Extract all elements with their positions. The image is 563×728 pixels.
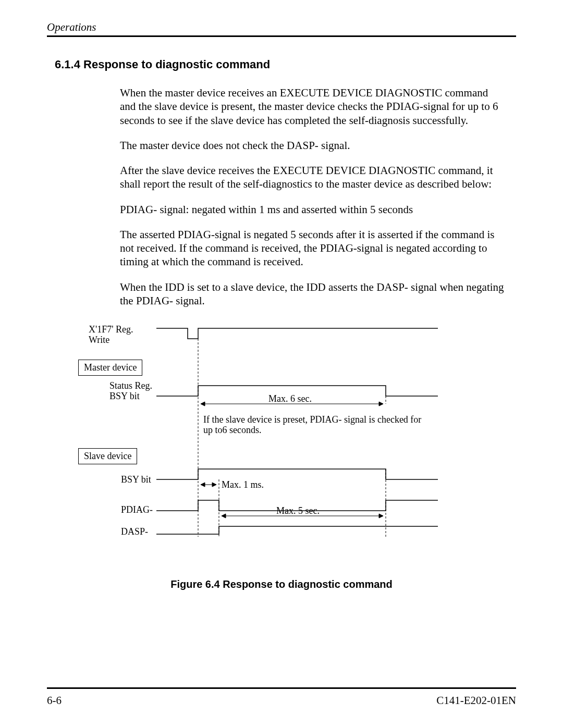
label-bsy-bit2: BSY bit xyxy=(121,474,151,485)
label-write: Write xyxy=(89,335,109,346)
label-bsy-bit: BSY bit xyxy=(109,391,140,402)
paragraph: After the slave device receives the EXEC… xyxy=(120,164,506,191)
label-pdiag: PDIAG- xyxy=(121,504,153,515)
paragraph: When the IDD is set to a slave device, t… xyxy=(120,280,506,308)
paragraph: The asserted PDIAG-signal is negated 5 s… xyxy=(120,228,506,269)
svg-marker-9 xyxy=(212,483,216,487)
label-max-1ms: Max. 1 ms. xyxy=(222,479,264,490)
svg-marker-4 xyxy=(379,402,383,406)
label-reg-write: X'1F7' Reg. xyxy=(89,324,133,335)
paragraph: PDIAG- signal: negated within 1 ms and a… xyxy=(120,203,506,216)
label-master-device: Master device xyxy=(78,360,142,376)
label-status-reg: Status Reg. xyxy=(109,380,152,391)
label-max-5sec: Max. 5 sec. xyxy=(276,505,320,516)
header-section: Operations xyxy=(47,21,96,33)
label-max-6sec: Max. 6 sec. xyxy=(268,393,312,404)
figure-caption: Figure 6.4 Response to diagnostic comman… xyxy=(47,578,516,590)
svg-marker-3 xyxy=(201,402,205,406)
label-slave-device: Slave device xyxy=(78,448,137,464)
page: Operations 6.1.4 Response to diagnostic … xyxy=(0,0,563,728)
paragraph: The master device does not check the DAS… xyxy=(120,139,506,152)
timing-diagram: X'1F7' Reg. Write Master device Status R… xyxy=(63,323,511,542)
footer-page-number: 6-6 xyxy=(47,694,62,707)
svg-marker-8 xyxy=(201,483,205,487)
section-heading: 6.1.4 Response to diagnostic command xyxy=(55,58,516,71)
label-dasp: DASP- xyxy=(121,526,148,537)
paragraph: When the master device receives an EXECU… xyxy=(120,86,506,127)
svg-marker-11 xyxy=(222,514,226,518)
label-note-line1: If the slave device is preset, PDIAG- si… xyxy=(203,414,433,425)
page-header: Operations xyxy=(47,21,516,37)
label-note-line2: up to6 seconds. xyxy=(203,425,262,436)
svg-marker-12 xyxy=(379,514,383,518)
page-footer: 6-6 C141-E202-01EN xyxy=(47,687,516,707)
footer-doc-id: C141-E202-01EN xyxy=(436,694,516,707)
